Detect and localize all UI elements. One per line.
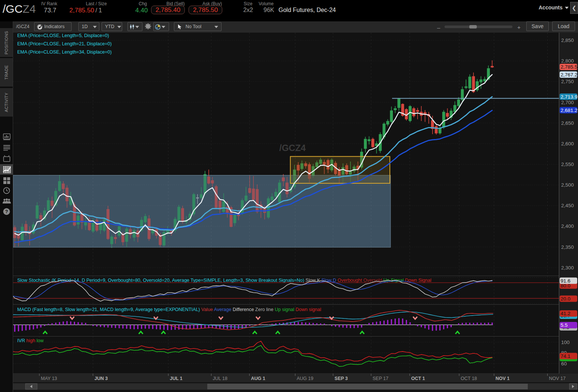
svg-text:5.5: 5.5 xyxy=(561,322,568,328)
svg-text:2,450: 2,450 xyxy=(561,203,574,208)
svg-text:EMA (Price=CLOSE, Length=5, Di: EMA (Price=CLOSE, Length=5, Displace=0) xyxy=(17,33,109,38)
svg-text:2,300: 2,300 xyxy=(561,265,574,271)
svg-text:2,600: 2,600 xyxy=(561,141,574,147)
svg-text:60: 60 xyxy=(561,361,567,367)
svg-text:91.6: 91.6 xyxy=(561,278,571,284)
svg-text:2,350: 2,350 xyxy=(561,244,574,250)
svg-text:SEP 3: SEP 3 xyxy=(335,376,348,381)
svg-text:Slow Stochastic (K Period=14,: Slow Stochastic (K Period=14, D Period=9… xyxy=(17,278,431,283)
svg-text:EMA (Price=CLOSE, Length=21, D: EMA (Price=CLOSE, Length=21, Displace=0) xyxy=(17,41,112,46)
svg-text:JUL 1: JUL 1 xyxy=(170,376,183,381)
svg-text:IVR high low: IVR high low xyxy=(17,338,44,343)
svg-text:2,681.2: 2,681.2 xyxy=(561,108,578,113)
svg-text:MACD (Fast length=8, Slow leng: MACD (Fast length=8, Slow length=21, MAC… xyxy=(17,307,321,312)
svg-text:JUN 3: JUN 3 xyxy=(94,376,108,381)
svg-text:NOV 1: NOV 1 xyxy=(496,376,510,381)
svg-text:2,750: 2,750 xyxy=(561,79,574,84)
svg-text:20.0: 20.0 xyxy=(561,296,571,302)
svg-text:2,650: 2,650 xyxy=(561,120,574,126)
svg-text:OCT 1: OCT 1 xyxy=(411,376,425,381)
svg-text:NOV 17: NOV 17 xyxy=(549,376,566,381)
svg-text:2,550: 2,550 xyxy=(561,162,574,167)
svg-text:/GCZ4: /GCZ4 xyxy=(279,143,306,153)
svg-text:MAY 13: MAY 13 xyxy=(41,376,57,381)
svg-text:2,400: 2,400 xyxy=(561,223,574,229)
svg-text:EMA (Price=CLOSE, Length=34, D: EMA (Price=CLOSE, Length=34, Displace=0) xyxy=(17,49,112,55)
svg-text:SEP 17: SEP 17 xyxy=(373,376,388,381)
svg-text:2,785.5: 2,785.5 xyxy=(561,64,578,70)
svg-text:100: 100 xyxy=(561,340,570,345)
svg-text:2,700: 2,700 xyxy=(561,100,574,105)
svg-text:AUG 1: AUG 1 xyxy=(251,376,265,381)
svg-text:?: ? xyxy=(5,209,8,214)
svg-text:2,800: 2,800 xyxy=(561,58,574,64)
svg-text:2,850: 2,850 xyxy=(561,37,574,43)
svg-text:2,500: 2,500 xyxy=(561,182,574,188)
svg-text:OCT 18: OCT 18 xyxy=(461,376,477,381)
svg-text:74.1: 74.1 xyxy=(561,353,571,359)
svg-text:2,713.9: 2,713.9 xyxy=(561,94,578,100)
svg-text:AUG 19: AUG 19 xyxy=(297,376,314,381)
svg-text:JUL 18: JUL 18 xyxy=(213,376,228,381)
svg-text:2,767.2: 2,767.2 xyxy=(561,72,578,78)
svg-text:41.2: 41.2 xyxy=(561,311,571,316)
